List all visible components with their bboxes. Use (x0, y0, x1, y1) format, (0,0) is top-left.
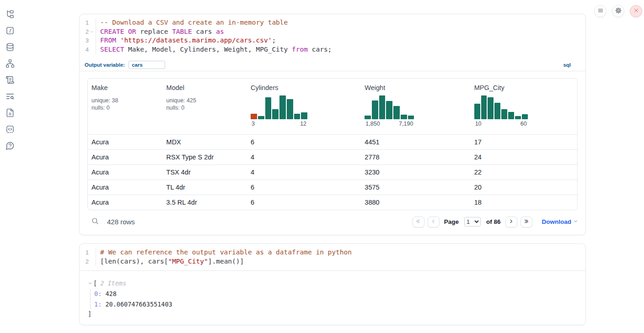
table-cell: Acura (88, 153, 163, 161)
menu-button[interactable] (594, 5, 606, 17)
chevron-down-icon (573, 218, 578, 225)
column-header-weight[interactable]: Weight1,8507,190 (361, 79, 470, 134)
table-cell: Acura (88, 169, 163, 176)
sidebar-item-file-tree[interactable] (0, 6, 20, 23)
sidebar-item-documentation[interactable] (0, 105, 20, 122)
histogram-bar (372, 100, 378, 119)
result-list-header: [ 2 Items (88, 279, 577, 288)
histogram-bar (401, 115, 407, 119)
column-header-model[interactable]: Modelunique: 425nulls: 0 (163, 79, 247, 134)
sidebar-item-functions[interactable]: f (0, 23, 20, 39)
item-value: 20.060747663551403 (105, 301, 172, 308)
code-token: ; (272, 37, 276, 44)
histogram-bar (393, 106, 400, 119)
sidebar-item-logs[interactable] (0, 72, 20, 89)
column-header-mpg_city[interactable]: MPG_City1060 (471, 79, 577, 134)
close-button[interactable] (630, 5, 642, 17)
table-cell: 4 (247, 153, 361, 161)
table-cell: 18 (471, 199, 577, 206)
download-button[interactable]: Download (542, 218, 579, 225)
histogram-bar (488, 97, 494, 119)
code-text: [len(cars), cars["MPG_City"].mean()] (96, 257, 585, 266)
search-icon[interactable] (91, 217, 99, 227)
sidebar-item-datasources[interactable] (0, 39, 20, 56)
histogram-bar (522, 114, 528, 119)
table-row[interactable]: AcuraTSX 4dr4323022 (88, 164, 577, 180)
open-bracket: [ (93, 280, 97, 287)
table-row[interactable]: Acura3.5 RL 4dr6388018 (88, 195, 577, 210)
database-icon (5, 42, 15, 53)
sidebar-item-scratchpad[interactable] (0, 122, 20, 138)
column-stat: nulls: 0 (166, 104, 243, 111)
footer-left: 428 rows (91, 217, 135, 227)
code-token: cars; (308, 46, 332, 53)
column-header-cylinders[interactable]: Cylinders312 (247, 79, 361, 134)
code-token: "MPG_City" (168, 258, 208, 265)
code-line: 3FROM 'https://datasets.marimo.app/cars.… (80, 36, 585, 45)
line-number: 3 (80, 36, 89, 45)
histogram-bar (258, 116, 264, 119)
axis-min-label: 3 (252, 121, 255, 127)
table-cell: 3575 (361, 184, 470, 191)
histogram-bar (494, 103, 500, 119)
code-token: Make, Model, Cylinders, Weight, MPG_City (124, 46, 292, 53)
column-header-make[interactable]: Makeunique: 38nulls: 0 (88, 79, 163, 134)
table-cell: 3880 (361, 199, 470, 206)
window-controls (594, 5, 642, 17)
table-cell: 20 (471, 184, 577, 191)
sidebar-item-snippets[interactable] (0, 89, 20, 105)
fold-spacer (89, 45, 95, 54)
table-cell: 6 (247, 138, 361, 146)
output-variable-input[interactable] (129, 61, 165, 69)
histogram-bars (474, 95, 528, 119)
sql-editor[interactable]: 1-- Download a CSV and create an in-memo… (80, 14, 585, 59)
column-stat: unique: 38 (91, 97, 159, 104)
table-cell: Acura (88, 138, 163, 146)
histogram-bars (365, 95, 414, 119)
code-token: from (292, 46, 308, 53)
code-token: -- Download a CSV and create an in-memor… (100, 19, 288, 26)
code-text: CREATE OR replace TABLE cars as (96, 27, 585, 37)
code-token: ].mean()] (208, 258, 244, 265)
next-page-button[interactable] (505, 217, 517, 227)
code-token: CREATE OR (100, 28, 136, 35)
table-row[interactable]: AcuraMDX6445117 (88, 134, 577, 149)
first-page-button[interactable] (413, 217, 424, 227)
item-index: 1: (94, 301, 102, 308)
sidebar-item-dependency-graph[interactable] (0, 56, 20, 72)
table-row[interactable]: AcuraTL 4dr6357520 (88, 180, 577, 195)
column-histogram: 312 (251, 95, 307, 127)
code-token: as (216, 28, 224, 35)
hamburger-icon (597, 7, 604, 15)
collapse-chevron-icon[interactable] (88, 281, 93, 285)
page-select[interactable]: 1 (464, 217, 481, 227)
table-row[interactable]: AcuraRSX Type S 2dr4277824 (88, 149, 577, 164)
code-token: TABLE (172, 28, 192, 35)
sidebar-item-help[interactable] (0, 138, 20, 154)
column-histogram: 1060 (474, 95, 528, 127)
prev-page-button[interactable] (428, 217, 440, 227)
code-token: 'https://datasets.marimo.app/cars.csv' (120, 37, 272, 44)
table-cell: TL 4dr (163, 184, 247, 191)
settings-button[interactable] (612, 5, 624, 17)
fold-chevron-icon[interactable] (89, 27, 95, 37)
table-header-row: Makeunique: 38nulls: 0Modelunique: 425nu… (88, 79, 577, 134)
python-editor[interactable]: 1# We can reference the output variable … (80, 244, 585, 270)
axis-min-label: 10 (475, 121, 482, 127)
table-cell: 4 (247, 169, 361, 176)
sql-cell: 1-- Download a CSV and create an in-memo… (79, 14, 586, 235)
histogram-bar (279, 95, 286, 119)
output-variable-label: Output variable: (85, 62, 125, 68)
pagination: Page 1 of 86 Download (413, 217, 578, 227)
column-histogram: 1,8507,190 (365, 95, 414, 127)
table-cell: 24 (471, 153, 577, 161)
table-cell: 4451 (361, 138, 470, 146)
histogram-bar (301, 112, 307, 119)
last-page-button[interactable] (521, 217, 532, 227)
table-footer: 428 rows Page 1 of 86 Download (80, 210, 585, 234)
download-label: Download (542, 218, 572, 225)
fold-spacer (89, 18, 95, 27)
code-token: # We can reference the output variable a… (100, 248, 352, 256)
histogram-bar (515, 116, 521, 119)
page-label: Page (444, 218, 459, 225)
